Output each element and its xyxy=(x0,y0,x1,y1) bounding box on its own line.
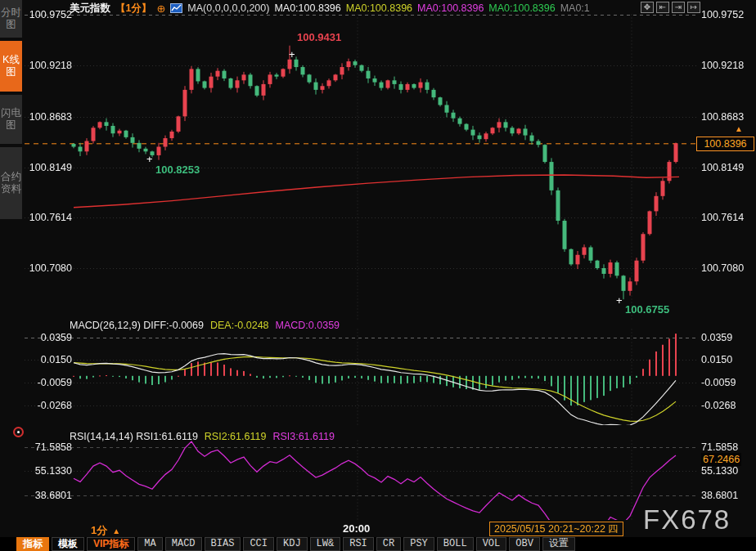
macd-dea-value: DEA:-0.0248 xyxy=(210,320,269,331)
period-label: 【1分】 xyxy=(115,2,151,16)
price-axis-label: 100.8683 xyxy=(701,110,744,123)
macd-axis-label: 0.0150 xyxy=(25,353,72,366)
price-axis-label: 100.7614 xyxy=(25,211,72,224)
price-axis-label: 100.9218 xyxy=(701,59,744,72)
rsi-params-label: RSI(14,14,14) RSI1:61.6119 xyxy=(70,431,198,442)
current-price-tag: 100.8396 xyxy=(696,137,754,151)
macd-axis-label: 0.0359 xyxy=(25,331,72,344)
indicator-toolbar: 指标模板VIP指标MAMACDBIASCCIKDJLW&RSICRPSYBOLL… xyxy=(0,537,756,551)
target-marker-icon[interactable] xyxy=(13,427,24,437)
compress-left-icon[interactable]: ⇤ xyxy=(656,2,669,13)
rsi-axis-label: 55.1330 xyxy=(25,464,72,477)
toolbar-button-OBV[interactable]: OBV xyxy=(509,537,540,551)
ma0-value-gray: MA0:1 xyxy=(560,2,590,14)
toolbar-button-VIPxx[interactable]: VIP指标 xyxy=(87,537,135,551)
symbol-title: 美元指数 xyxy=(70,2,110,16)
trading-app-window: 分时图 K线图 闪电图 合约资料 美元指数 【1分】 ⊕ MA(0,0,0,0,… xyxy=(0,0,756,551)
price-axis-label: 100.8149 xyxy=(25,161,72,174)
macd-value: MACD:0.0359 xyxy=(276,320,340,331)
rsi-axis-label: 71.5858 xyxy=(701,441,738,454)
toolbar-button-xx[interactable]: 设置 xyxy=(542,537,575,551)
sidebar-tab-kline[interactable]: K线图 xyxy=(0,41,22,93)
ma-params-label: MA(0,0,0,0,0,200) xyxy=(187,2,269,14)
fx678-watermark: FX678 xyxy=(643,504,731,535)
sidebar-tab-lightning[interactable]: 闪电图 xyxy=(0,95,22,146)
price-axis-label: 100.7080 xyxy=(25,262,72,275)
macd-header: MACD(26,12,9) DIFF:-0.0069 DEA:-0.0248 M… xyxy=(70,320,340,331)
pan-icon[interactable]: ✥ xyxy=(641,2,654,13)
toolbar-button-RSI[interactable]: RSI xyxy=(343,537,374,551)
chart-header: 美元指数 【1分】 ⊕ MA(0,0,0,0,0,200) MA0:100.83… xyxy=(70,2,590,15)
toolbar-button-xx[interactable]: 模板 xyxy=(52,537,84,551)
toolbar-button-VOL[interactable]: VOL xyxy=(476,537,507,551)
shift-right-icon[interactable]: ↦ xyxy=(687,2,700,13)
rsi2-value: RSI2:61.6119 xyxy=(205,431,267,442)
toolbar-button-KDJ[interactable]: KDJ xyxy=(277,537,308,551)
rsi-header: RSI(14,14,14) RSI1:61.6119 RSI2:61.6119 … xyxy=(70,431,335,442)
ma0-value-magenta: MA0:100.8396 xyxy=(417,2,484,14)
chart-canvas[interactable] xyxy=(0,0,756,551)
time-axis-label: 20:00 xyxy=(343,522,370,535)
macd-axis-label: -0.0268 xyxy=(25,399,72,412)
toolbar-button-CR[interactable]: CR xyxy=(376,537,401,551)
ma0-value-green: MA0:100.8396 xyxy=(488,2,555,14)
price-axis-label: 100.8683 xyxy=(25,110,72,123)
price-axis-label: 100.9752 xyxy=(25,8,72,21)
macd-axis-label: -0.0059 xyxy=(701,376,736,389)
compress-right-icon[interactable]: ⇥ xyxy=(672,2,685,13)
rsi-axis-label: 71.5858 xyxy=(25,441,72,454)
chart-toolbar-icons: ✥⇤⇥↦ xyxy=(641,2,700,13)
price-axis-label: 100.9218 xyxy=(25,59,72,72)
sidebar-tab-contract-info[interactable]: 合约资料 xyxy=(0,147,22,221)
toolbar-button-MA[interactable]: MA xyxy=(137,537,162,551)
price-axis-label: 100.7614 xyxy=(701,211,744,224)
price-up-arrow-icon: ▲ xyxy=(735,124,743,133)
price-extreme-label: 100.6755 xyxy=(625,303,669,316)
rsi-axis-label: 38.6801 xyxy=(25,489,72,502)
period-selector[interactable]: 1分▲ xyxy=(91,523,120,538)
toolbar-button-LWx[interactable]: LW& xyxy=(310,537,341,551)
price-axis-label: 100.7080 xyxy=(701,262,744,275)
macd-axis-label: -0.0268 xyxy=(701,399,736,412)
toolbar-button-MACD[interactable]: MACD xyxy=(165,537,202,551)
toolbar-button-PSY[interactable]: PSY xyxy=(403,537,434,551)
extreme-cross-marker: + xyxy=(289,51,295,59)
toolbar-button-xx[interactable]: 指标 xyxy=(16,537,49,551)
toolbar-button-BIAS[interactable]: BIAS xyxy=(205,537,241,551)
macd-axis-label: 0.0359 xyxy=(701,331,732,344)
price-extreme-label: 100.9431 xyxy=(297,31,341,43)
rsi3-value: RSI3:61.6119 xyxy=(272,431,335,442)
ma0-value-yellow: MA0:100.8396 xyxy=(346,2,412,14)
crosshair-date-label: 2025/05/15 20:21~20:22 四 xyxy=(489,522,623,536)
toolbar-button-CCI[interactable]: CCI xyxy=(243,537,274,551)
sidebar-tab-timeline[interactable]: 分时图 xyxy=(0,0,22,39)
toolbar-button-BOLL[interactable]: BOLL xyxy=(437,537,474,551)
rsi-axis-label: 38.6801 xyxy=(701,489,738,502)
add-indicator-icon[interactable]: ⊕ xyxy=(156,2,165,15)
macd-axis-label: 0.0150 xyxy=(701,353,732,366)
extreme-cross-marker: + xyxy=(616,297,623,305)
price-axis-label: 100.9752 xyxy=(701,8,744,21)
ma0-value-white: MA0:100.8396 xyxy=(274,2,340,14)
macd-axis-label: -0.0059 xyxy=(25,376,72,389)
chevron-up-icon: ▲ xyxy=(112,526,120,535)
rsi-current-value: 67.2466 xyxy=(701,453,741,466)
price-axis-label: 100.8149 xyxy=(701,161,744,174)
extreme-cross-marker: + xyxy=(146,155,153,164)
chart-type-icon[interactable] xyxy=(170,3,182,13)
rsi-axis-label: 55.1330 xyxy=(701,464,738,477)
macd-params-label: MACD(26,12,9) DIFF:-0.0069 xyxy=(70,320,204,331)
price-extreme-label: 100.8253 xyxy=(155,164,200,176)
